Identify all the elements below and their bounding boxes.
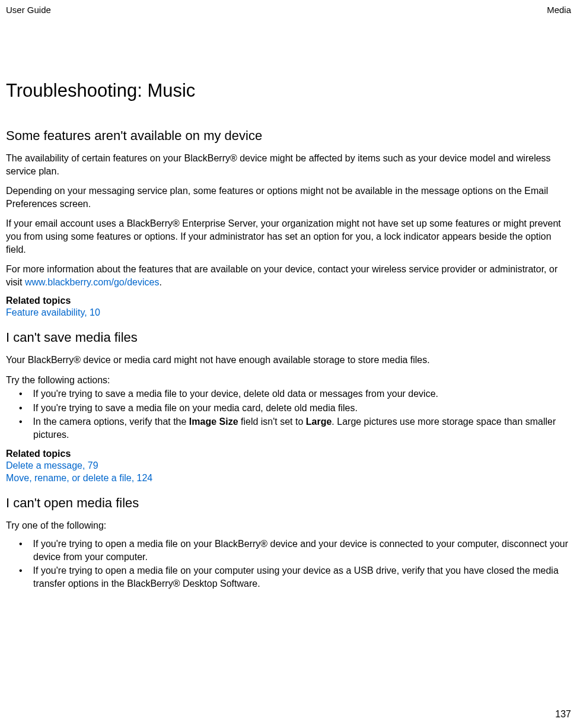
list-item: If you're trying to open a media file on…: [6, 564, 571, 590]
section-features-unavailable: Some features aren't available on my dev…: [6, 128, 571, 319]
page-title: Troubleshooting: Music: [6, 80, 571, 101]
paragraph: Your BlackBerry® device or media card mi…: [6, 354, 571, 367]
paragraph: For more information about the features …: [6, 263, 571, 288]
list-item: If you're trying to save a media file on…: [6, 402, 571, 415]
external-link[interactable]: www.blackberry.com/go/devices: [25, 277, 159, 287]
section-cant-save-media: I can't save media files Your BlackBerry…: [6, 330, 571, 485]
header-left-label: User Guide: [6, 5, 51, 15]
bullet-list: If you're trying to open a media file on…: [6, 538, 571, 590]
related-topic-link[interactable]: Move, rename, or delete a file, 124: [6, 472, 571, 485]
paragraph: Depending on your messaging service plan…: [6, 185, 571, 210]
section-heading: Some features aren't available on my dev…: [6, 128, 571, 144]
page-header: User Guide Media: [0, 0, 577, 15]
related-topic-link[interactable]: Feature availability, 10: [6, 306, 571, 319]
list-item: If you're trying to save a media file to…: [6, 387, 571, 400]
list-item: In the camera options, verify that the I…: [6, 415, 571, 441]
related-topics-label: Related topics: [6, 295, 571, 306]
bold-text: Large: [306, 417, 332, 427]
page-content: Troubleshooting: Music Some features are…: [0, 15, 577, 590]
bold-text: Image Size: [189, 417, 238, 427]
related-topics-block: Related topics Delete a message, 79 Move…: [6, 449, 571, 485]
paragraph: Try one of the following:: [6, 519, 571, 532]
section-heading: I can't save media files: [6, 330, 571, 345]
section-heading: I can't open media files: [6, 495, 571, 511]
related-topics-block: Related topics Feature availability, 10: [6, 295, 571, 319]
header-right-label: Media: [547, 5, 571, 15]
paragraph: The availability of certain features on …: [6, 152, 571, 177]
paragraph: Try the following actions:: [6, 374, 571, 387]
text-fragment: field isn't set to: [238, 417, 306, 427]
related-topic-link[interactable]: Delete a message, 79: [6, 459, 571, 472]
text-fragment: .: [159, 277, 161, 287]
page-footer: 137: [555, 709, 571, 720]
bullet-list: If you're trying to save a media file to…: [6, 387, 571, 441]
section-cant-open-media: I can't open media files Try one of the …: [6, 495, 571, 590]
related-topics-label: Related topics: [6, 449, 571, 459]
paragraph: If your email account uses a BlackBerry®…: [6, 217, 571, 256]
page-number: 137: [555, 709, 571, 719]
text-fragment: In the camera options, verify that the: [33, 417, 189, 427]
list-item: If you're trying to open a media file on…: [6, 538, 571, 563]
